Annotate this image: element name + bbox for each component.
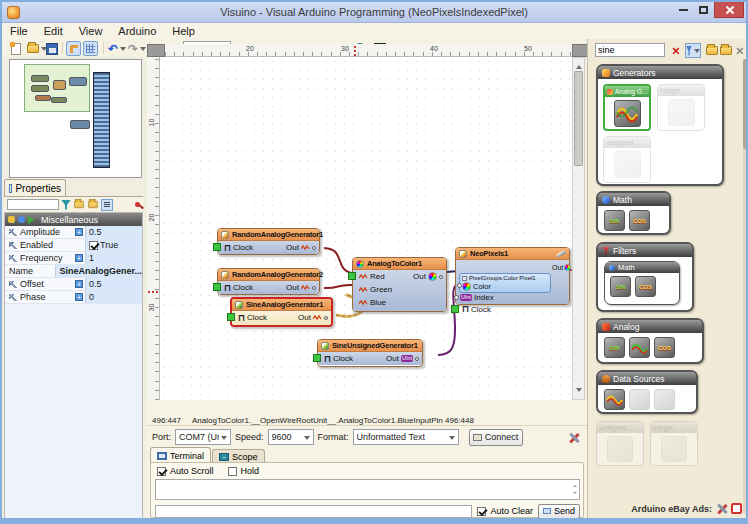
scrollbar-thumb[interactable] — [743, 59, 747, 149]
tab-terminal[interactable]: Terminal — [150, 447, 211, 463]
menu-file[interactable]: File — [2, 24, 36, 38]
open-button[interactable] — [27, 41, 47, 56]
color-pin[interactable] — [457, 283, 462, 288]
wire-random2-to-green[interactable] — [324, 285, 352, 288]
sin-tile-icon[interactable]: SIN — [604, 210, 625, 231]
auto-scroll-checkbox[interactable] — [157, 467, 166, 476]
faded-tile-icon[interactable] — [654, 389, 675, 410]
clear-search-icon[interactable] — [672, 47, 679, 54]
property-row-name[interactable]: Name SineAnalogGener... — [5, 265, 142, 278]
new-button[interactable] — [11, 41, 21, 56]
menu-edit[interactable]: Edit — [36, 24, 71, 38]
hold-option[interactable]: Hold — [228, 466, 260, 476]
pin-panel-icon[interactable] — [135, 202, 140, 207]
palette-item-integer-generator[interactable]: Integer... — [657, 84, 705, 131]
clock-pin[interactable] — [451, 305, 459, 313]
close-button[interactable] — [714, 2, 744, 18]
subcategory-filters-math[interactable]: Math SIN COS — [604, 261, 680, 305]
ebay-ad-icon[interactable] — [731, 503, 742, 514]
palette-search-input[interactable] — [595, 43, 665, 57]
out-pin[interactable] — [312, 286, 316, 290]
palette-scrollbar[interactable] — [743, 59, 747, 514]
design-canvas[interactable]: RandomAnalogGenerator1 ⊓ Clock Out Rando… — [160, 57, 572, 400]
property-row-phase[interactable]: Phase+ 0 — [5, 291, 142, 304]
property-row-enabled[interactable]: Enabled True — [5, 239, 142, 252]
block-analog-to-color-1[interactable]: AnalogToColor1 Red Out Green — [352, 257, 447, 312]
tab-scope[interactable]: ~ Scope — [212, 449, 265, 463]
expand-icon[interactable]: + — [75, 254, 83, 262]
tools-ad-icon[interactable] — [716, 503, 727, 514]
connect-button[interactable]: Connect — [469, 429, 523, 446]
grid-toggle-button[interactable] — [83, 41, 98, 56]
palette-item-faded-unsigned[interactable]: Unsigned... — [596, 421, 644, 466]
cos-tile-icon[interactable]: COS — [629, 210, 650, 231]
property-value[interactable]: 0 — [89, 292, 94, 302]
palette-item-faded-integer[interactable]: Integer... — [650, 421, 698, 466]
palette-item-analog-generator[interactable]: Analog G... — [603, 84, 651, 131]
faded-tile-icon[interactable] — [629, 389, 650, 410]
port-combobox[interactable]: COM7 (Unava — [175, 429, 231, 445]
expand-all-icon[interactable] — [74, 201, 84, 208]
auto-scroll-option[interactable]: Auto Scroll — [157, 466, 214, 476]
snap-toggle-button[interactable] — [66, 41, 81, 56]
property-row-frequency[interactable]: Frequency+ 1 — [5, 252, 142, 265]
pixel-group-subblock[interactable]: PixelGroups.Color Pixel1 Color — [459, 273, 551, 293]
send-button[interactable]: Send — [538, 504, 580, 519]
auto-clear-option[interactable]: Auto Clear — [477, 506, 533, 516]
index-pin[interactable] — [454, 295, 459, 300]
wire-random1-to-red[interactable] — [324, 248, 352, 273]
expand-categories-icon[interactable] — [720, 46, 732, 55]
analog-wave-tile-icon[interactable] — [629, 337, 650, 358]
scrollbar-thumb[interactable] — [574, 71, 583, 166]
blue-pin[interactable] — [348, 272, 356, 280]
new-category-icon[interactable] — [706, 46, 718, 55]
block-sine-analog-generator-1[interactable]: SineAnalogGenerator1 ⊓ Clock Out — [230, 297, 333, 327]
speed-combobox[interactable]: 9600 — [268, 429, 314, 445]
filter-funnel-icon[interactable] — [61, 200, 71, 210]
out-pin[interactable] — [415, 357, 419, 361]
format-combobox[interactable]: Unformatted Text — [353, 429, 459, 445]
out-pin[interactable] — [312, 246, 316, 250]
block-random-analog-generator-2[interactable]: RandomAnalogGenerator2 ⊓ Clock Out — [217, 268, 320, 295]
menu-view[interactable]: View — [71, 24, 111, 38]
enabled-checkbox[interactable] — [89, 241, 98, 250]
palette-item-unsigned-generator[interactable]: Unsigned... — [603, 136, 651, 183]
send-input[interactable] — [155, 505, 472, 518]
menu-arduino[interactable]: Arduino — [110, 24, 164, 38]
category-data-sources[interactable]: Data Sources — [596, 370, 698, 414]
property-value[interactable]: 0.5 — [89, 227, 102, 237]
redo-button[interactable]: ↷ — [128, 41, 146, 56]
scroll-up-icon[interactable] — [576, 62, 582, 69]
category-view-toggle[interactable] — [101, 199, 113, 211]
property-value[interactable]: SineAnalogGener... — [59, 266, 142, 276]
clock-pin[interactable] — [227, 313, 235, 321]
out-pin[interactable] — [439, 275, 443, 279]
properties-filter-input[interactable] — [7, 199, 59, 210]
close-palette-icon[interactable] — [736, 47, 743, 54]
clock-pin[interactable] — [213, 243, 221, 251]
expand-icon[interactable]: + — [75, 293, 83, 301]
block-sine-unsigned-generator-1[interactable]: SineUnsignedGenerator1 ⊓ Clock Out UInt — [317, 339, 423, 367]
clock-pin[interactable] — [213, 283, 221, 291]
cos-tile-icon[interactable]: COS — [635, 276, 656, 297]
property-row-offset[interactable]: Offset+ 0.5 — [5, 278, 142, 291]
expand-icon[interactable]: + — [75, 280, 83, 288]
save-button[interactable] — [46, 41, 58, 56]
category-generators[interactable]: Generators Analog G... Integer... Unsign… — [596, 64, 724, 186]
tab-properties[interactable]: Properties — [4, 179, 66, 196]
menu-help[interactable]: Help — [164, 24, 203, 38]
block-neopixels-1[interactable]: NeoPixels1 PixelGroups.Color Pixel1 Colo… — [455, 247, 570, 305]
out-pin[interactable] — [324, 316, 328, 320]
category-filters[interactable]: Filters Math SIN COS — [596, 242, 694, 312]
disconnect-tools-icon[interactable] — [568, 432, 579, 443]
minimize-button[interactable] — [672, 2, 694, 18]
sine-source-tile-icon[interactable] — [604, 389, 625, 410]
maximize-button[interactable] — [692, 2, 714, 18]
scroll-down-icon[interactable] — [573, 492, 577, 496]
collapse-all-icon[interactable] — [88, 201, 98, 208]
design-overview-thumbnail[interactable] — [9, 59, 142, 178]
expand-icon[interactable]: + — [75, 228, 83, 236]
clock-pin[interactable] — [313, 354, 321, 362]
block-random-analog-generator-1[interactable]: RandomAnalogGenerator1 ⊓ Clock Out — [217, 228, 320, 255]
category-math[interactable]: Math SIN COS — [596, 191, 671, 235]
